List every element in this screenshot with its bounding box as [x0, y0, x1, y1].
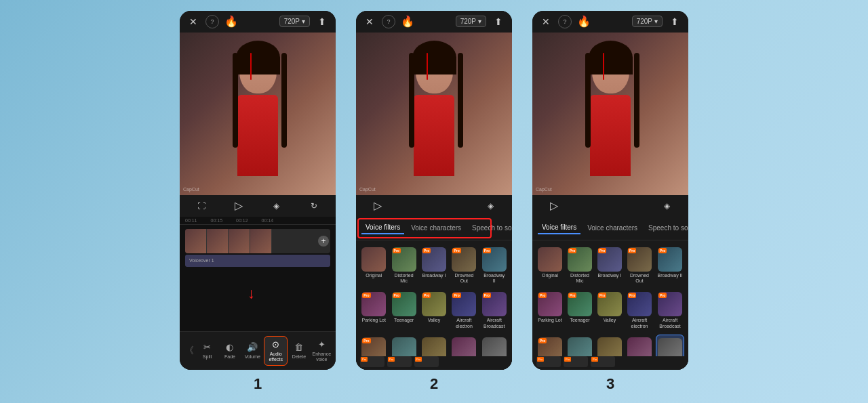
fade-tool[interactable]: ◐ Fade	[218, 339, 241, 362]
filter-bighouse-3[interactable]: Big House	[566, 335, 593, 356]
filter-thumb-dr-2: Pro	[452, 247, 476, 272]
timestamp-2: 00:15	[211, 218, 223, 223]
filter-drowned-2[interactable]: Pro Drowned Out	[450, 245, 477, 287]
close-icon-2[interactable]: ✕	[363, 15, 376, 28]
filter-aircraft-b-2[interactable]: Pro Aircraft Broadcast	[481, 289, 508, 332]
filter-name-original-3: Original	[542, 273, 558, 278]
top-bar-1: ✕ ? 🔥 720P ▾ ⬆	[180, 11, 336, 33]
collapse-button[interactable]: 《	[182, 337, 196, 364]
volume-tool[interactable]: 🔊 Volume	[241, 339, 264, 362]
tab-voice-characters-3[interactable]: Voice characters	[583, 222, 642, 234]
filter-valley-3[interactable]: Pro Valley	[596, 289, 623, 332]
filter-aircraft-e-2[interactable]: Pro Aircraft electron	[450, 289, 477, 332]
tab-voice-filters-3[interactable]: Voice filters	[538, 221, 580, 234]
magic-icon-3[interactable]: ◈	[658, 198, 675, 214]
filter-extra-3-3: Pro	[591, 356, 615, 367]
tab-voice-characters-2[interactable]: Voice characters	[407, 222, 465, 234]
play-button-1[interactable]: ▷	[231, 198, 247, 214]
filter-thumb-original-2	[361, 247, 386, 272]
filter-distorted-mic-3[interactable]: Pro Distorted Mic	[566, 245, 593, 287]
filter-teenager-2[interactable]: Pro Teenager	[390, 289, 417, 332]
tab-speech-to-song-2[interactable]: Speech to song	[468, 222, 512, 234]
top-bar-right-2: 720P ▾ ⬆	[456, 15, 505, 28]
audio-effects-tool[interactable]: ⊙ Audio effects	[264, 336, 288, 365]
filter-aircraft-e-3[interactable]: Pro Aircraft electron	[626, 289, 653, 332]
filter-grid-3: Original Pro Distorted Mic Pro Broadway …	[532, 240, 688, 356]
upload-button-2[interactable]: ⬆	[492, 15, 505, 28]
close-icon-3[interactable]: ✕	[539, 15, 553, 28]
video-track-1[interactable]: +	[185, 229, 330, 253]
filter-phono-2[interactable]: Pro Phono-graph	[360, 335, 387, 356]
filter-name-dm-2: Distorted Mic	[391, 273, 416, 284]
enhance-voice-tool[interactable]: ✦ Enhance voice	[311, 337, 333, 364]
pro-badge-extra2-3: Pro	[564, 357, 571, 362]
face-1	[239, 46, 277, 93]
filter-distorted-mic-2[interactable]: Pro Distorted Mic	[390, 245, 417, 287]
play-button-2[interactable]: ▷	[370, 198, 386, 214]
audio-track-1[interactable]: Voiceover 1	[185, 255, 330, 267]
filter-michog-2[interactable]: Mic Hog	[481, 335, 508, 356]
filter-phono-3[interactable]: Pro Phono-graph	[536, 335, 564, 356]
flame-icon-2: 🔥	[401, 15, 414, 28]
tab-voice-filters-2[interactable]: Voice filters	[361, 221, 404, 234]
magic-icon-2[interactable]: ◈	[482, 198, 498, 214]
close-icon[interactable]: ✕	[186, 15, 200, 28]
split-label: Split	[203, 354, 212, 360]
filter-original-2[interactable]: Original	[360, 245, 387, 287]
filter-thumb-ab-3: Pro	[658, 292, 682, 316]
filter-broadway2-3[interactable]: Pro Broadway II	[656, 245, 684, 287]
filter-tabs-2: Voice filters Voice characters Speech to…	[356, 217, 512, 240]
pro-badge-ae-3: Pro	[628, 293, 636, 298]
filter-teenager-3[interactable]: Pro Teenager	[566, 289, 593, 332]
filter-sweetie-2[interactable]: Sweetie	[450, 335, 477, 356]
hair-3	[589, 41, 633, 75]
video-preview-2: CapCut	[356, 33, 512, 195]
pro-badge-dr-2: Pro	[452, 248, 460, 253]
fullscreen-icon[interactable]: ⛶	[193, 198, 210, 214]
filter-michog-3[interactable]: Mic Hog	[656, 335, 684, 356]
video-watermark-1: CapCut	[183, 187, 199, 192]
filter-thumb-b2-3: Pro	[658, 247, 682, 272]
add-track-button[interactable]: +	[318, 236, 329, 247]
volume-label: Volume	[245, 354, 260, 360]
tab-speech-to-song-3[interactable]: Speech to song	[644, 222, 688, 234]
timeline-tracks-1: + Voiceover 1 ↑	[180, 225, 336, 332]
upload-button-3[interactable]: ⬆	[668, 15, 682, 28]
filter-thumb-pl-2: Pro	[361, 292, 386, 316]
filter-name-b1-3: Broadway I	[597, 273, 621, 278]
filter-energetic-2[interactable]: Energetic	[420, 335, 448, 356]
filter-broadway1-3[interactable]: Pro Broadway I	[596, 245, 623, 287]
play-button-3[interactable]: ▷	[546, 198, 562, 214]
help-icon[interactable]: ?	[205, 15, 219, 28]
filter-img-mh-3	[658, 338, 682, 356]
filter-valley-2[interactable]: Pro Valley	[420, 289, 448, 332]
filter-bighouse-2[interactable]: Big House	[390, 335, 417, 356]
filter-extra-1-3: Pro	[536, 356, 561, 367]
magic-icon-1[interactable]: ◈	[269, 198, 285, 214]
filter-thumb-mh-2	[482, 337, 507, 356]
filter-parking-2[interactable]: Pro Parking Lot	[360, 289, 387, 332]
filter-thumb-val-3: Pro	[597, 292, 622, 316]
timestamp-1: 00:11	[185, 218, 197, 223]
upload-button-1[interactable]: ⬆	[315, 15, 329, 28]
quality-selector-3[interactable]: 720P ▾	[632, 16, 663, 27]
help-icon-2[interactable]: ?	[382, 15, 395, 28]
filter-parking-3[interactable]: Pro Parking Lot	[536, 289, 564, 332]
delete-tool[interactable]: 🗑 Delete	[288, 339, 310, 362]
split-tool[interactable]: ✂ Split	[196, 339, 218, 362]
filter-original-3[interactable]: Original	[536, 245, 564, 287]
help-icon-3[interactable]: ?	[558, 15, 572, 28]
filter-thumb-pl-3: Pro	[538, 292, 562, 316]
quality-selector-1[interactable]: 720P ▾	[279, 16, 310, 27]
flame-icon: 🔥	[224, 15, 238, 28]
filter-broadway1-2[interactable]: Pro Broadway I	[420, 245, 448, 287]
quality-selector-2[interactable]: 720P ▾	[456, 16, 486, 27]
filter-name-original-2: Original	[366, 273, 382, 278]
filter-sweetie-3[interactable]: Sweetie	[626, 335, 653, 356]
step-number-2: 2	[430, 375, 438, 393]
filter-broadway2-2[interactable]: Pro Broadway II	[481, 245, 508, 287]
redo-icon-1[interactable]: ↻	[306, 198, 322, 214]
filter-drowned-3[interactable]: Pro Drowned Out	[626, 245, 653, 287]
filter-aircraft-b-3[interactable]: Pro Aircraft Broadcast	[656, 289, 684, 332]
filter-energetic-3[interactable]: Energetic	[596, 335, 623, 356]
